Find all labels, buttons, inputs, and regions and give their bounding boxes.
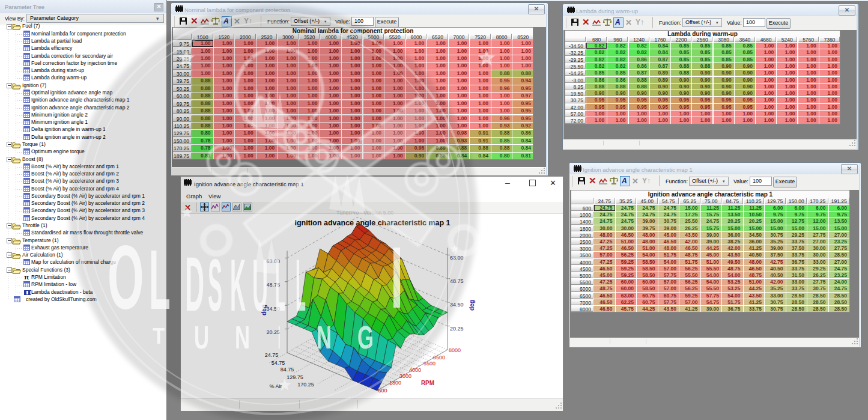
svg-text:deg: deg: [261, 305, 267, 315]
svg-text:20.25: 20.25: [266, 329, 280, 335]
svg-text:5500: 5500: [423, 361, 436, 367]
svg-text:48.75: 48.75: [450, 278, 464, 284]
svg-text:1800: 1800: [389, 380, 401, 386]
svg-text:600: 600: [378, 388, 387, 394]
svg-text:34.50: 34.50: [266, 306, 280, 312]
svg-text:24.75: 24.75: [265, 352, 279, 358]
svg-text:3000: 3000: [399, 373, 411, 379]
svg-text:54.75: 54.75: [272, 360, 285, 366]
svg-text:deg: deg: [469, 300, 475, 311]
svg-text:129.75: 129.75: [287, 374, 303, 380]
svg-text:8000: 8000: [449, 347, 461, 353]
svg-text:170.25: 170.25: [297, 382, 314, 388]
svg-text:34.50: 34.50: [450, 302, 464, 308]
svg-text:4000: 4000: [409, 367, 421, 373]
svg-text:84.75: 84.75: [281, 367, 294, 373]
svg-text:48.75: 48.75: [266, 282, 280, 288]
svg-text:63.00: 63.00: [450, 255, 464, 261]
svg-text:63.00: 63.00: [266, 258, 280, 264]
svg-text:% Air: % Air: [269, 383, 282, 389]
svg-text:6500: 6500: [433, 355, 445, 361]
svg-text:20.25: 20.25: [450, 326, 464, 332]
svg-text:RPM: RPM: [421, 380, 434, 386]
